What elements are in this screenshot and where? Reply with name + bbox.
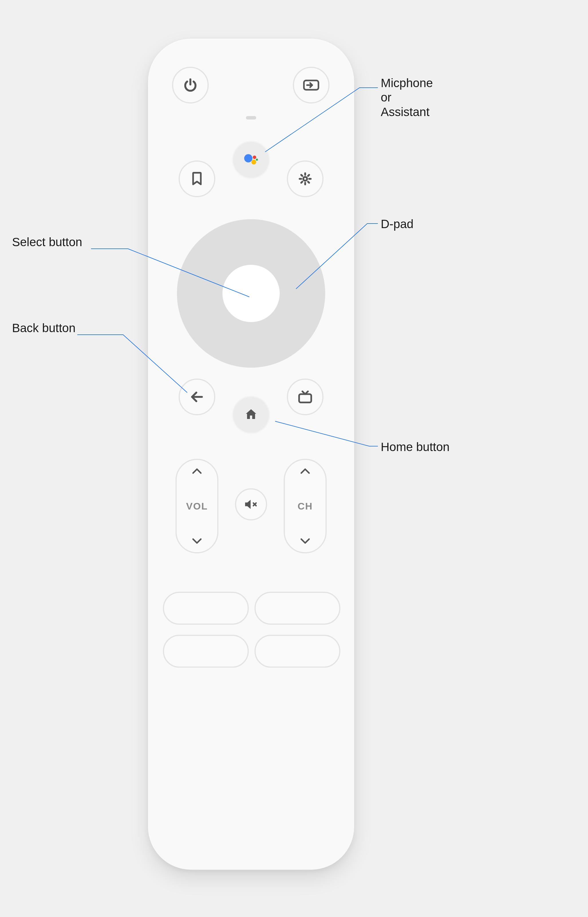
svg-point-3 xyxy=(251,160,256,164)
shortcut-button-2[interactable] xyxy=(255,592,340,625)
callout-select: Select button xyxy=(12,235,82,249)
volume-rocker[interactable]: VOL xyxy=(176,459,218,553)
chevron-up-icon xyxy=(192,468,202,474)
chevron-up-icon xyxy=(300,468,310,474)
callout-assistant: Micphone or Assistant xyxy=(381,76,433,119)
callout-dpad: D-pad xyxy=(381,217,414,231)
chevron-down-icon xyxy=(300,538,310,544)
remote-body: VOL CH xyxy=(148,39,354,870)
google-assistant-icon xyxy=(242,151,260,168)
input-source-button[interactable] xyxy=(293,67,330,104)
svg-rect-6 xyxy=(299,394,311,402)
mute-button[interactable] xyxy=(235,488,267,520)
power-button[interactable] xyxy=(172,67,209,104)
select-button[interactable] xyxy=(223,265,280,322)
shortcut-button-1[interactable] xyxy=(163,592,249,625)
callout-home: Home button xyxy=(381,440,449,454)
mute-icon xyxy=(244,499,258,510)
live-tv-icon xyxy=(297,390,313,404)
assistant-button[interactable] xyxy=(233,141,270,178)
volume-label: VOL xyxy=(186,501,208,512)
home-icon xyxy=(244,407,258,421)
status-led xyxy=(246,116,256,120)
chevron-down-icon xyxy=(192,538,202,544)
settings-button[interactable] xyxy=(287,160,323,197)
channel-rocker[interactable]: CH xyxy=(284,459,326,553)
bookmark-icon xyxy=(191,172,203,186)
back-arrow-icon xyxy=(189,389,204,404)
shortcut-button-3[interactable] xyxy=(163,635,249,668)
live-tv-button[interactable] xyxy=(287,379,323,415)
svg-point-5 xyxy=(303,177,307,180)
callout-back: Back button xyxy=(12,321,76,335)
channel-label: CH xyxy=(297,501,313,512)
back-button[interactable] xyxy=(179,379,215,415)
svg-point-4 xyxy=(256,159,258,161)
settings-gear-icon xyxy=(298,172,312,186)
power-icon xyxy=(183,77,198,93)
input-source-icon xyxy=(303,79,320,91)
svg-point-1 xyxy=(244,154,252,162)
svg-point-2 xyxy=(253,156,256,159)
home-button[interactable] xyxy=(233,396,270,433)
shortcut-button-4[interactable] xyxy=(255,635,340,668)
bookmark-button[interactable] xyxy=(179,160,215,197)
